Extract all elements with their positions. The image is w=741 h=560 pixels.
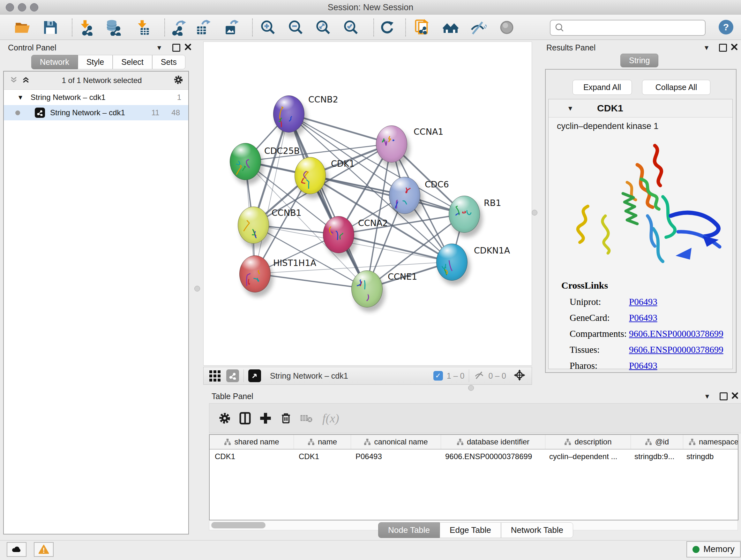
selected-checkbox-icon[interactable]: ✓ bbox=[433, 371, 443, 381]
node-ccna2[interactable] bbox=[323, 216, 354, 253]
crosslink-value-link[interactable]: 9606.ENSP00000378699 bbox=[629, 345, 724, 355]
table-panel: Table Panel ▾ f(x) shared namenamecanoni… bbox=[203, 388, 741, 543]
crosslink-value-link[interactable]: P06493 bbox=[629, 361, 657, 371]
node-cdk1[interactable] bbox=[294, 157, 326, 194]
network-collection-row[interactable]: ▼ String Network – cdk1 1 bbox=[4, 90, 188, 105]
scrollbar-thumb[interactable] bbox=[211, 522, 266, 528]
export-table-icon[interactable] bbox=[194, 19, 212, 36]
tab-string[interactable]: String bbox=[620, 54, 658, 67]
import-table-from-file-icon[interactable] bbox=[134, 19, 151, 36]
results-panel-float-icon[interactable] bbox=[719, 44, 727, 52]
memory-button[interactable]: Memory bbox=[686, 541, 741, 557]
node-label-ccna1: CCNA1 bbox=[414, 127, 444, 137]
expand-all-button[interactable]: Expand All bbox=[572, 80, 632, 95]
protein-section-header[interactable]: ▾ CDK1 bbox=[549, 99, 732, 118]
collapse-all-button[interactable]: Collapse All bbox=[642, 80, 711, 95]
table-panel-close-icon[interactable] bbox=[731, 392, 738, 400]
node-ccnb2[interactable] bbox=[273, 96, 305, 132]
zoom-selected-icon[interactable] bbox=[342, 19, 360, 36]
crosslink-value-link[interactable]: 9606.ENSP00000378699 bbox=[629, 328, 724, 339]
results-panel-close-icon[interactable] bbox=[731, 44, 738, 52]
crosslink-value-link[interactable]: P06493 bbox=[629, 313, 657, 323]
table-settings-gear-icon[interactable] bbox=[214, 408, 235, 428]
column-header-namespace[interactable]: namespace bbox=[683, 435, 738, 449]
hide-selected-icon[interactable] bbox=[469, 19, 487, 36]
tab-sets[interactable]: Sets bbox=[152, 55, 185, 69]
export-network-icon[interactable] bbox=[170, 19, 188, 36]
zoom-in-icon[interactable] bbox=[259, 19, 277, 36]
import-network-from-file-icon[interactable] bbox=[77, 19, 94, 36]
column-header-id[interactable]: @id bbox=[631, 435, 683, 449]
search-input[interactable] bbox=[568, 23, 705, 33]
warning-button[interactable] bbox=[34, 542, 54, 557]
column-header-canonicalname[interactable]: canonical name bbox=[351, 435, 441, 449]
node-cdkn1a[interactable] bbox=[436, 244, 468, 281]
share-network-icon[interactable] bbox=[226, 369, 239, 382]
control-panel-float-icon[interactable] bbox=[172, 44, 180, 52]
grid-mode-icon[interactable] bbox=[209, 370, 220, 381]
expand-all-chevrons-icon[interactable] bbox=[22, 76, 30, 85]
node-rb1[interactable] bbox=[449, 196, 480, 233]
cloud-status-button[interactable] bbox=[7, 542, 26, 557]
tab-network-table[interactable]: Network Table bbox=[501, 522, 573, 538]
delete-columns-trash-icon[interactable] bbox=[276, 408, 296, 428]
edge-HIST1H1A-CCNE1[interactable] bbox=[255, 273, 367, 289]
network-list: 1 of 1 Network selected ▼ String Network… bbox=[3, 71, 189, 535]
collection-expander-icon[interactable]: ▼ bbox=[17, 94, 23, 101]
table-row[interactable]: CDK1CDK1P064939606.ENSP00000378699cyclin… bbox=[210, 449, 738, 463]
crosslinks-title: CrossLinks bbox=[561, 280, 732, 291]
collection-count: 1 bbox=[177, 93, 181, 102]
import-network-from-database-icon[interactable] bbox=[105, 19, 122, 36]
show-hidden-icon[interactable] bbox=[498, 19, 516, 36]
tab-edge-table[interactable]: Edge Table bbox=[440, 522, 501, 538]
node-cdc25b[interactable] bbox=[230, 143, 261, 180]
results-panel-menu-caret-icon[interactable]: ▾ bbox=[704, 43, 709, 52]
table-panel-float-icon[interactable] bbox=[720, 392, 728, 400]
column-header-databaseidentifier[interactable]: database identifier bbox=[441, 435, 545, 449]
left-splitter-handle[interactable] bbox=[194, 286, 200, 292]
right-splitter-handle[interactable] bbox=[532, 210, 537, 215]
collapse-all-chevrons-icon[interactable] bbox=[10, 76, 18, 85]
crosslink-value-link[interactable]: P06493 bbox=[629, 297, 657, 307]
network-canvas[interactable]: CCNB2CCNA1CDC25BCDK1CDC6RB1CCNB1CCNA2CDK… bbox=[203, 42, 532, 366]
column-type-icon bbox=[457, 438, 464, 445]
column-header-name[interactable]: name bbox=[294, 435, 351, 449]
control-panel: Control Panel ▾ NetworkStyleSelectSets 1… bbox=[3, 42, 189, 533]
node-cdc6[interactable] bbox=[389, 177, 420, 214]
tab-style[interactable]: Style bbox=[78, 55, 113, 69]
network-options-gear-icon[interactable] bbox=[174, 75, 183, 86]
zoom-out-icon[interactable] bbox=[287, 19, 305, 36]
table-panel-menu-caret-icon[interactable]: ▾ bbox=[705, 392, 709, 401]
control-panel-menu-caret-icon[interactable]: ▾ bbox=[157, 43, 161, 52]
tab-select[interactable]: Select bbox=[113, 55, 152, 69]
node-hist1h1a[interactable] bbox=[239, 255, 271, 293]
help-button[interactable]: ? bbox=[719, 20, 733, 35]
node-ccne1[interactable] bbox=[351, 270, 383, 307]
node-ccna1[interactable] bbox=[376, 125, 407, 163]
tab-network[interactable]: Network bbox=[31, 55, 78, 69]
column-header-sharedname[interactable]: shared name bbox=[210, 435, 294, 449]
show-columns-icon[interactable] bbox=[235, 408, 255, 428]
first-neighbors-icon[interactable] bbox=[442, 19, 460, 36]
protein-expander-icon[interactable]: ▾ bbox=[568, 104, 572, 113]
node-ccnb1[interactable] bbox=[238, 206, 269, 244]
function-builder-icon[interactable]: f(x) bbox=[322, 411, 339, 425]
birdseye-navigator-icon[interactable] bbox=[513, 369, 526, 383]
tab-node-table[interactable]: Node Table bbox=[378, 522, 440, 538]
zoom-fit-content-icon[interactable] bbox=[314, 19, 332, 36]
network-row-selected[interactable]: String Network – cdk1 11 48 bbox=[4, 105, 188, 120]
export-image-icon[interactable] bbox=[222, 19, 240, 36]
refresh-view-icon[interactable] bbox=[378, 19, 396, 36]
column-type-icon bbox=[308, 438, 315, 445]
node-table: shared namenamecanonical namedatabase id… bbox=[209, 434, 738, 520]
column-header-description[interactable]: description bbox=[545, 435, 631, 449]
save-session-icon[interactable] bbox=[42, 19, 59, 36]
control-panel-close-icon[interactable] bbox=[185, 44, 192, 52]
delete-table-icon[interactable] bbox=[296, 408, 317, 428]
create-column-plus-icon[interactable] bbox=[255, 408, 276, 428]
open-in-new-window-icon[interactable] bbox=[248, 369, 261, 382]
network-type-icon bbox=[35, 108, 45, 118]
clone-network-icon[interactable] bbox=[413, 19, 431, 36]
open-session-icon[interactable] bbox=[13, 19, 31, 36]
edge-CCNB2-HIST1H1A[interactable] bbox=[255, 114, 288, 273]
